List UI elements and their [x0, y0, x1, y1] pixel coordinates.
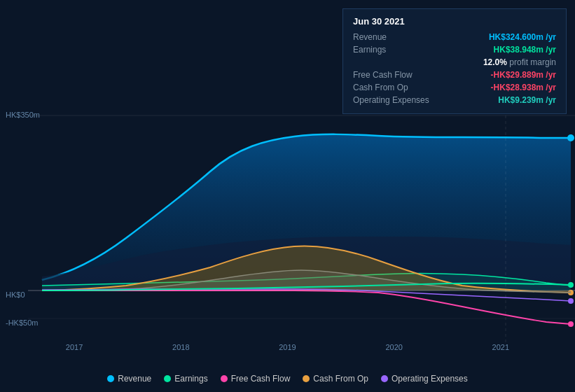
legend-label-cfo: Cash From Op [313, 374, 368, 384]
svg-point-4 [567, 134, 574, 141]
opex-value: HK$9.239m /yr [498, 95, 556, 105]
chart-container: HK$350m HK$0 -HK$50m 2017 2018 2019 2020… [0, 0, 575, 392]
revenue-label: Revenue [353, 32, 437, 42]
earnings-label: Earnings [353, 45, 437, 55]
fcf-label: Free Cash Flow [353, 70, 437, 80]
tooltip-row-opex: Operating Expenses HK$9.239m /yr [353, 94, 556, 106]
tooltip-row-earnings: Earnings HK$38.948m /yr [353, 43, 556, 56]
y-label-0: HK$0 [6, 290, 25, 299]
legend-dot-revenue [107, 375, 114, 382]
tooltip-panel: Jun 30 2021 Revenue HK$324.600m /yr Earn… [342, 8, 567, 114]
tooltip-row-margin: 12.0% profit margin [353, 56, 556, 69]
opex-label: Operating Expenses [353, 95, 437, 105]
y-label-neg50m: -HK$50m [6, 318, 38, 327]
legend-dot-earnings [164, 375, 171, 382]
legend-label-revenue: Revenue [118, 374, 151, 384]
legend-revenue[interactable]: Revenue [107, 374, 151, 384]
legend-dot-fcf [221, 375, 228, 382]
x-label-2017: 2017 [66, 343, 83, 351]
tooltip-date: Jun 30 2021 [353, 16, 556, 27]
tooltip-row-revenue: Revenue HK$324.600m /yr [353, 31, 556, 43]
x-label-2020: 2020 [385, 343, 402, 351]
svg-point-8 [568, 282, 574, 288]
x-label-2019: 2019 [279, 343, 296, 351]
svg-point-7 [568, 298, 574, 304]
legend-label-opex: Operating Expenses [392, 374, 468, 384]
earnings-value: HK$38.948m /yr [494, 45, 556, 55]
svg-point-6 [568, 321, 574, 327]
x-label-2018: 2018 [172, 343, 189, 351]
chart-legend: Revenue Earnings Free Cash Flow Cash Fro… [0, 374, 575, 384]
legend-label-fcf: Free Cash Flow [231, 374, 291, 384]
legend-fcf[interactable]: Free Cash Flow [221, 374, 291, 384]
legend-cfo[interactable]: Cash From Op [303, 374, 368, 384]
tooltip-row-cfo: Cash From Op -HK$28.938m /yr [353, 81, 556, 94]
margin-value: 12.0% profit margin [483, 57, 556, 67]
x-label-2021: 2021 [492, 343, 509, 351]
legend-label-earnings: Earnings [174, 374, 207, 384]
cfo-value: -HK$28.938m /yr [491, 83, 556, 92]
legend-earnings[interactable]: Earnings [164, 374, 207, 384]
legend-dot-opex [381, 375, 388, 382]
cfo-label: Cash From Op [353, 83, 437, 92]
y-label-350m: HK$350m [6, 111, 40, 119]
tooltip-row-fcf: Free Cash Flow -HK$29.889m /yr [353, 69, 556, 81]
fcf-value: -HK$29.889m /yr [491, 70, 556, 80]
legend-dot-cfo [303, 375, 310, 382]
revenue-value: HK$324.600m /yr [489, 32, 556, 42]
legend-opex[interactable]: Operating Expenses [381, 374, 468, 384]
x-axis-labels: 2017 2018 2019 2020 2021 [0, 343, 575, 351]
